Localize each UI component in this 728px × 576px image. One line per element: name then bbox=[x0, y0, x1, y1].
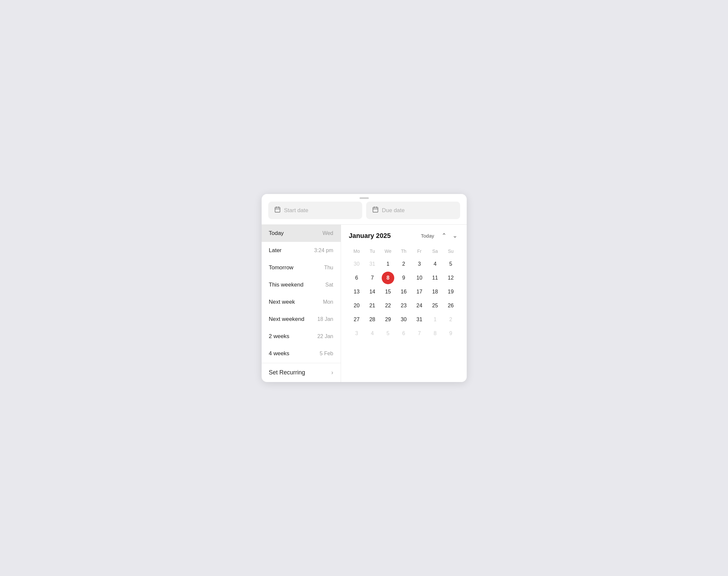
quick-options-list: TodayWedLater3:24 pmTomorrowThuThis week… bbox=[262, 225, 341, 362]
quick-option-value-today: Wed bbox=[323, 230, 333, 236]
quick-option-today[interactable]: TodayWed bbox=[262, 225, 341, 242]
calendar-day[interactable]: 22 bbox=[382, 299, 394, 312]
calendar-day[interactable]: 23 bbox=[397, 299, 410, 312]
weekday-label-sa: Sa bbox=[427, 247, 443, 256]
calendar-day[interactable]: 7 bbox=[366, 271, 379, 284]
calendar-day[interactable]: 4 bbox=[429, 258, 441, 270]
calendar-day[interactable]: 20 bbox=[350, 299, 363, 312]
calendar-day[interactable]: 6 bbox=[350, 271, 363, 284]
quick-option-value-tomorrow: Thu bbox=[324, 265, 333, 271]
due-date-input[interactable]: Due date bbox=[366, 202, 460, 219]
due-date-calendar-icon bbox=[372, 206, 379, 214]
prev-month-button[interactable]: ⌃ bbox=[440, 231, 448, 240]
drag-indicator bbox=[359, 197, 369, 199]
today-button[interactable]: Today bbox=[418, 232, 437, 240]
quick-option-next-weekend[interactable]: Next weekend18 Jan bbox=[262, 311, 341, 328]
quick-option-value-next-week: Mon bbox=[323, 299, 333, 305]
calendar-day[interactable]: 8 bbox=[429, 327, 441, 340]
quick-option-label-4-weeks: 4 weeks bbox=[269, 350, 290, 357]
calendar-day[interactable]: 7 bbox=[413, 327, 426, 340]
calendar-day[interactable]: 9 bbox=[444, 327, 457, 340]
calendar-day[interactable]: 24 bbox=[413, 299, 426, 312]
quick-option-value-next-weekend: 18 Jan bbox=[317, 316, 333, 322]
next-month-button[interactable]: ⌄ bbox=[451, 231, 459, 240]
calendar-day[interactable]: 27 bbox=[350, 313, 363, 326]
calendar-days: 3031123456789101112131415161718192021222… bbox=[349, 258, 459, 340]
calendar-month-year: January 2025 bbox=[349, 232, 391, 239]
quick-option-label-2-weeks: 2 weeks bbox=[269, 333, 290, 340]
quick-option-label-tomorrow: Tomorrow bbox=[269, 264, 294, 271]
set-recurring-label: Set Recurring bbox=[269, 369, 305, 376]
calendar-day[interactable]: 5 bbox=[382, 327, 394, 340]
drag-bar bbox=[262, 194, 467, 202]
calendar-header: January 2025 Today ⌃ ⌄ bbox=[349, 231, 459, 240]
set-recurring-chevron-icon: › bbox=[331, 369, 333, 376]
calendar-day[interactable]: 3 bbox=[350, 327, 363, 340]
quick-option-value-4-weeks: 5 Feb bbox=[320, 351, 333, 356]
calendar-panel: January 2025 Today ⌃ ⌄ MoTuWeThFrSaSu 30… bbox=[341, 225, 467, 382]
quick-option-label-today: Today bbox=[269, 230, 284, 237]
due-date-label: Due date bbox=[382, 207, 405, 214]
quick-option-tomorrow[interactable]: TomorrowThu bbox=[262, 259, 341, 276]
calendar-grid: MoTuWeThFrSaSu 3031123456789101112131415… bbox=[349, 247, 459, 340]
calendar-day[interactable]: 2 bbox=[444, 313, 457, 326]
calendar-day[interactable]: 31 bbox=[366, 258, 379, 270]
picker-body: TodayWedLater3:24 pmTomorrowThuThis week… bbox=[262, 224, 467, 382]
weekday-label-fr: Fr bbox=[411, 247, 427, 256]
calendar-day[interactable]: 18 bbox=[429, 286, 441, 298]
calendar-day[interactable]: 30 bbox=[397, 313, 410, 326]
quick-option-4-weeks[interactable]: 4 weeks5 Feb bbox=[262, 345, 341, 362]
calendar-day[interactable]: 31 bbox=[413, 313, 426, 326]
calendar-day[interactable]: 21 bbox=[366, 299, 379, 312]
calendar-day[interactable]: 15 bbox=[382, 286, 394, 298]
weekday-label-tu: Tu bbox=[365, 247, 380, 256]
weekday-label-su: Su bbox=[443, 247, 458, 256]
quick-option-label-later: Later bbox=[269, 247, 282, 254]
quick-option-value-2-weeks: 22 Jan bbox=[317, 334, 333, 339]
quick-option-later[interactable]: Later3:24 pm bbox=[262, 242, 341, 259]
quick-option-label-next-week: Next week bbox=[269, 299, 295, 305]
start-date-input[interactable]: Start date bbox=[268, 202, 362, 219]
date-picker: Start date Due date TodayWedLater3:24 pm… bbox=[262, 194, 467, 382]
calendar-day[interactable]: 17 bbox=[413, 286, 426, 298]
calendar-day[interactable]: 26 bbox=[444, 299, 457, 312]
calendar-day[interactable]: 19 bbox=[444, 286, 457, 298]
calendar-day[interactable]: 1 bbox=[382, 258, 394, 270]
weekday-label-mo: Mo bbox=[349, 247, 365, 256]
calendar-day[interactable]: 3 bbox=[413, 258, 426, 270]
svg-rect-4 bbox=[373, 207, 378, 212]
start-date-calendar-icon bbox=[274, 206, 281, 214]
calendar-day[interactable]: 4 bbox=[366, 327, 379, 340]
quick-option-next-week[interactable]: Next weekMon bbox=[262, 293, 341, 311]
calendar-day[interactable]: 9 bbox=[397, 271, 410, 284]
calendar-day-today[interactable]: 8 bbox=[382, 271, 394, 284]
start-date-label: Start date bbox=[284, 207, 308, 214]
weekday-label-we: We bbox=[380, 247, 396, 256]
calendar-day[interactable]: 14 bbox=[366, 286, 379, 298]
quick-options-panel: TodayWedLater3:24 pmTomorrowThuThis week… bbox=[262, 225, 341, 382]
calendar-nav: Today ⌃ ⌄ bbox=[418, 231, 458, 240]
calendar-day[interactable]: 1 bbox=[429, 313, 441, 326]
calendar-day[interactable]: 16 bbox=[397, 286, 410, 298]
quick-option-label-next-weekend: Next weekend bbox=[269, 316, 305, 322]
quick-option-value-this-weekend: Sat bbox=[325, 282, 333, 288]
calendar-day[interactable]: 11 bbox=[429, 271, 441, 284]
calendar-day[interactable]: 30 bbox=[350, 258, 363, 270]
quick-option-this-weekend[interactable]: This weekendSat bbox=[262, 276, 341, 293]
calendar-day[interactable]: 10 bbox=[413, 271, 426, 284]
calendar-weekdays: MoTuWeThFrSaSu bbox=[349, 247, 459, 256]
svg-rect-0 bbox=[275, 207, 280, 212]
weekday-label-th: Th bbox=[396, 247, 411, 256]
calendar-day[interactable]: 5 bbox=[444, 258, 457, 270]
calendar-day[interactable]: 25 bbox=[429, 299, 441, 312]
quick-option-2-weeks[interactable]: 2 weeks22 Jan bbox=[262, 328, 341, 345]
calendar-day[interactable]: 13 bbox=[350, 286, 363, 298]
quick-option-value-later: 3:24 pm bbox=[314, 248, 333, 254]
quick-option-label-this-weekend: This weekend bbox=[269, 282, 304, 288]
calendar-day[interactable]: 28 bbox=[366, 313, 379, 326]
calendar-day[interactable]: 2 bbox=[397, 258, 410, 270]
calendar-day[interactable]: 29 bbox=[382, 313, 394, 326]
calendar-day[interactable]: 6 bbox=[397, 327, 410, 340]
calendar-day[interactable]: 12 bbox=[444, 271, 457, 284]
set-recurring-button[interactable]: Set Recurring › bbox=[262, 363, 341, 382]
